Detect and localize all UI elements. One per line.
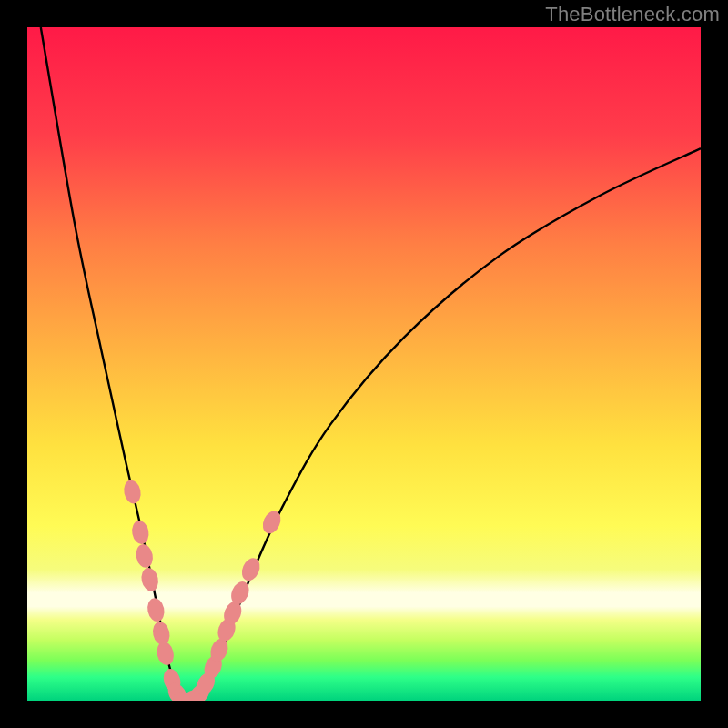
svg-point-4 <box>139 566 160 592</box>
bottleneck-curve <box>41 27 701 701</box>
curve-markers <box>122 479 284 701</box>
watermark-text: TheBottleneck.com <box>545 3 720 26</box>
svg-point-5 <box>146 597 167 623</box>
plot-area <box>27 27 701 701</box>
svg-point-19 <box>238 555 263 583</box>
svg-point-3 <box>134 542 155 569</box>
chart-frame: TheBottleneck.com <box>0 0 728 728</box>
svg-point-2 <box>130 520 151 546</box>
svg-point-7 <box>155 641 176 667</box>
chart-svg <box>27 27 701 701</box>
svg-point-1 <box>122 479 143 505</box>
